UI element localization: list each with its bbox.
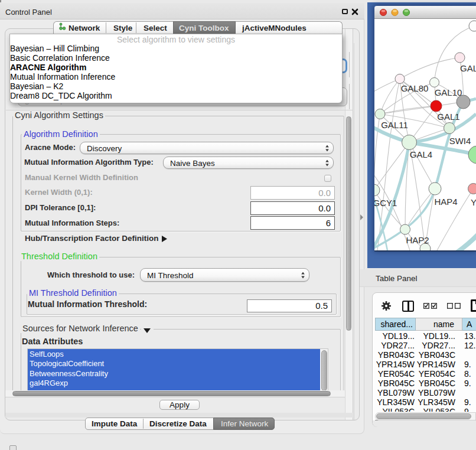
svg-text:GAL11: GAL11 <box>381 120 408 130</box>
svg-text:GAL4: GAL4 <box>410 149 432 159</box>
svg-text:SWI4: SWI4 <box>449 136 471 146</box>
svg-text:HAP4: HAP4 <box>434 197 457 207</box>
svg-text:GAL80: GAL80 <box>401 83 429 93</box>
svg-text:GAL1: GAL1 <box>437 112 459 122</box>
svg-text:GAL10: GAL10 <box>435 87 462 97</box>
svg-text:GAL7: GAL7 <box>460 63 476 73</box>
svg-text:YJR: YJR <box>471 197 476 207</box>
svg-text:HAP2: HAP2 <box>406 235 429 245</box>
svg-text:GCY1: GCY1 <box>374 198 397 208</box>
